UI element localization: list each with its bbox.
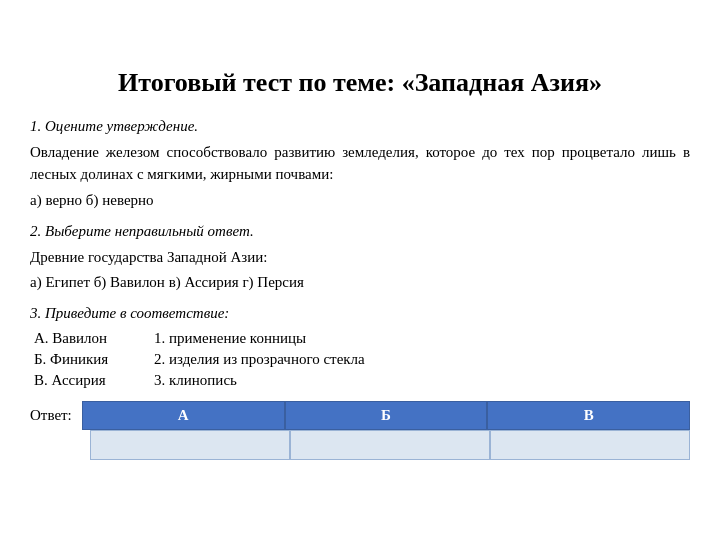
match-right: 3. клинопись <box>150 370 690 391</box>
match-left: А. Вавилон <box>30 328 150 349</box>
answer-grid: АБВ <box>82 401 690 430</box>
answer-column-body[interactable] <box>90 430 290 460</box>
question-1: 1. Оцените утверждение. Овладение железо… <box>30 118 690 209</box>
answer-column-header: Б <box>285 401 488 430</box>
answer-header-row: АБВ <box>82 401 690 430</box>
q2-answers: а) Египет б) Вавилон в) Ассирия г) Перси… <box>30 274 690 291</box>
answer-column-header: А <box>82 401 285 430</box>
page-title: Итоговый тест по теме: «Западная Азия» <box>30 66 690 100</box>
question-2: 2. Выберите неправильный ответ. Древние … <box>30 223 690 292</box>
q1-text: Овладение железом способствовало развити… <box>30 141 690 186</box>
match-row: В. Ассирия3. клинопись <box>30 370 690 391</box>
q3-label: 3. Приведите в соответствие: <box>30 305 690 322</box>
q1-label: 1. Оцените утверждение. <box>30 118 690 135</box>
match-row: А. Вавилон1. применение конницы <box>30 328 690 349</box>
q2-label: 2. Выберите неправильный ответ. <box>30 223 690 240</box>
answer-column-body[interactable] <box>490 430 690 460</box>
match-right: 2. изделия из прозрачного стекла <box>150 349 690 370</box>
answer-column-header: В <box>487 401 690 430</box>
question-3: 3. Приведите в соответствие: А. Вавилон1… <box>30 305 690 460</box>
match-left: Б. Финикия <box>30 349 150 370</box>
answer-body-row <box>90 430 690 460</box>
match-table: А. Вавилон1. применение конницыБ. Финики… <box>30 328 690 391</box>
match-left: В. Ассирия <box>30 370 150 391</box>
answer-column-body[interactable] <box>290 430 490 460</box>
answer-row: Ответ: АБВ <box>30 401 690 430</box>
q2-text: Древние государства Западной Азии: <box>30 246 690 269</box>
q1-answers: а) верно б) неверно <box>30 192 690 209</box>
match-right: 1. применение конницы <box>150 328 690 349</box>
page: Итоговый тест по теме: «Западная Азия» 1… <box>20 46 700 494</box>
answer-label: Ответ: <box>30 407 72 424</box>
match-row: Б. Финикия2. изделия из прозрачного стек… <box>30 349 690 370</box>
